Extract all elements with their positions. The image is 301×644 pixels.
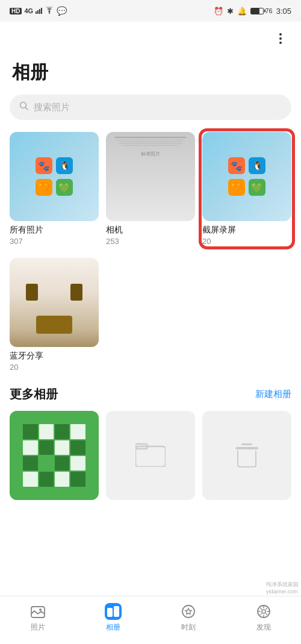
nav-label-albums: 相册 [106,622,120,633]
search-container: 搜索照片 [0,95,301,132]
album-name-all-photos: 所有照片 [10,225,99,236]
nav-label-discover: 发现 [256,622,271,633]
signal-4g: 4G [24,7,33,14]
album-thumb-screenshot: 🐾 🐧 🧡 💚 [202,132,291,221]
app-icon-paw2: 🐾 [228,157,245,174]
albums-nav-icon [105,603,122,620]
albums-grid: 🐾 🐧 🧡 💚 所有照片 307 [10,132,291,246]
album-thumb-all-photos: 🐾 🐧 🧡 💚 [10,132,99,221]
album-name-bluetooth: 蓝牙分享 [10,351,99,361]
top-app-bar [0,22,301,55]
more-albums-title: 更多相册 [10,386,58,402]
more-albums-header: 更多相册 新建相册 [10,386,291,402]
table [36,316,72,334]
app-icon-paw: 🐾 [36,157,52,174]
nav-item-discover[interactable]: 发现 [246,603,282,633]
status-right: ⏰ ✱ 🔔 76 3:05 [214,7,291,16]
album-name-screenshot: 截屏录屏 [202,225,291,236]
app-icon-green: 💚 [56,179,73,196]
search-icon [19,101,29,113]
new-album-button[interactable]: 新建相册 [255,389,291,400]
status-left: HD 4G 💬 [10,6,67,16]
album-count-all-photos: 307 [10,237,99,246]
album-thumb-bluetooth [10,258,99,347]
status-bar: HD 4G 💬 ⏰ ✱ 🔔 76 3:05 [0,0,301,22]
page-title: 相册 [0,55,301,95]
wifi-icon [45,7,54,16]
album-count-screenshot: 20 [202,237,291,246]
svg-point-9 [182,605,194,617]
discover-nav-icon [255,603,272,620]
nav-item-albums[interactable]: 相册 [95,603,131,633]
signal-bars [36,8,42,14]
app-icon-qq: 🐧 [56,157,73,174]
album-name-camera: 相机 [106,225,195,236]
bottom-nav: 照片 相册 时刻 发 [0,596,301,644]
more-album-item-0[interactable] [10,411,99,500]
chat-icon: 💬 [57,6,67,16]
nav-item-moments[interactable]: 时刻 [170,603,206,633]
more-albums-section: 更多相册 新建相册 [0,386,301,500]
album-thumb-camera: 标准照片 [106,132,195,221]
trash-icon [235,443,258,467]
nav-label-moments: 时刻 [181,622,196,633]
svg-point-11 [262,610,265,613]
album-item-bluetooth[interactable]: 蓝牙分享 20 [10,258,99,372]
album-count-bluetooth: 20 [10,363,99,372]
more-album-thumb-0 [10,411,99,500]
nav-label-photos: 照片 [31,622,45,633]
more-album-item-2[interactable] [202,411,291,500]
albums-section: 🐾 🐧 🧡 💚 所有照片 307 [0,132,301,372]
more-options-button[interactable] [270,28,291,49]
notification-icon: 🔔 [237,7,247,16]
clock: 3:05 [276,7,291,16]
moments-nav-icon [180,603,197,620]
hd-badge: HD [10,8,22,14]
more-album-thumb-2 [202,411,291,500]
app-icon-orange2: 🧡 [228,179,245,196]
nav-item-photos[interactable]: 照片 [20,603,56,633]
alarm-icon: ⏰ [214,7,223,16]
green-pixel-visual [10,411,99,500]
album-count-camera: 253 [106,237,195,246]
app-icon-orange: 🧡 [36,179,52,196]
svg-line-2 [26,108,28,110]
svg-rect-8 [114,606,119,617]
battery-level: 76 [265,7,272,14]
watermark: 纯净系统家园yidaimei.com [266,581,299,595]
chair-right [70,284,82,301]
svg-rect-7 [107,608,113,617]
room-visual [19,271,90,334]
app-icon-green2: 💚 [249,179,265,196]
svg-point-6 [39,608,42,611]
album-item-screenshot[interactable]: 🐾 🐧 🧡 💚 截屏录屏 20 [202,132,291,246]
bluetooth-icon: ✱ [227,7,234,16]
chair-left [26,284,38,301]
more-album-item-1[interactable] [106,411,195,500]
album-item-all-photos[interactable]: 🐾 🐧 🧡 💚 所有照片 307 [10,132,99,246]
album-item-camera[interactable]: 标准照片 相机 253 [106,132,195,246]
more-albums-grid [10,411,291,500]
search-placeholder: 搜索照片 [34,102,70,113]
photos-nav-icon [29,603,46,620]
svg-point-0 [49,13,50,14]
search-bar[interactable]: 搜索照片 [10,95,291,120]
folder-icon [135,442,166,469]
battery-icon: 76 [250,7,272,14]
more-album-thumb-1 [106,411,195,500]
app-icon-qq2: 🐧 [249,157,265,174]
